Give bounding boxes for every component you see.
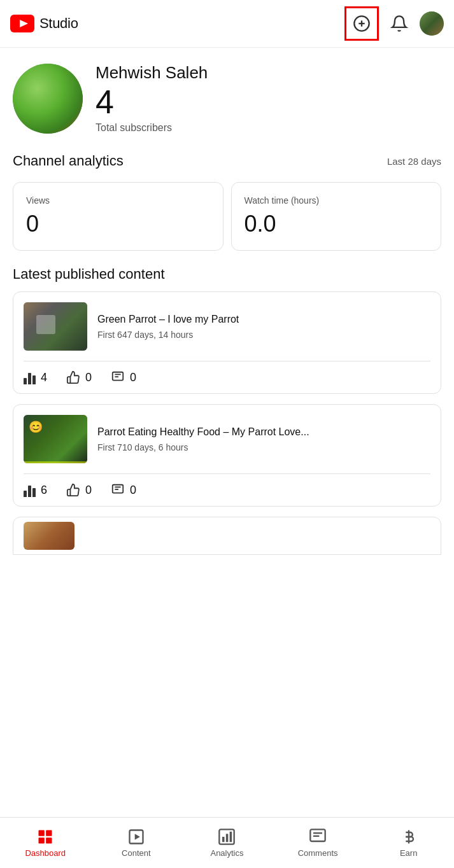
content-card-1-meta: First 647 days, 14 hours	[97, 330, 430, 340]
stat-views-1: 4	[24, 370, 47, 384]
stat-likes-1: 0	[66, 370, 92, 384]
svg-rect-20	[230, 832, 232, 842]
views-stat-value-1: 4	[41, 371, 47, 384]
comments-icon-2	[111, 483, 125, 497]
comments-stat-value-1: 0	[130, 371, 136, 384]
content-card-1[interactable]: Green Parrot – I love my Parrot First 64…	[13, 291, 441, 394]
bottom-nav: Dashboard Content Analytics Comments	[0, 817, 454, 868]
profile-avatar	[13, 64, 83, 134]
latest-content-section: Latest published content Green Parrot – …	[0, 266, 454, 555]
content-card-1-top: Green Parrot – I love my Parrot First 64…	[13, 292, 441, 361]
bar-chart-icon	[24, 370, 36, 384]
stat-comments-2: 0	[111, 483, 136, 497]
nav-label-content: Content	[122, 848, 151, 858]
stat-comments-1: 0	[111, 370, 136, 384]
nav-item-dashboard[interactable]: Dashboard	[0, 823, 91, 863]
content-card-1-info: Green Parrot – I love my Parrot First 64…	[97, 313, 430, 340]
content-card-1-thumbnail	[24, 302, 87, 351]
content-card-2-stats: 6 0 0	[13, 474, 441, 506]
studio-label: Studio	[39, 15, 78, 32]
analytics-title: Channel analytics	[13, 153, 124, 169]
dashboard-icon	[36, 828, 54, 846]
likes-stat-value-2: 0	[85, 484, 92, 497]
profile-info: Mehwish Saleh 4 Total subscribers	[96, 63, 208, 134]
earn-icon	[400, 828, 418, 846]
content-card-1-stats: 4 0 0	[13, 361, 441, 393]
views-label: Views	[26, 195, 210, 206]
create-button-wrapper	[344, 6, 379, 41]
profile-section: Mehwish Saleh 4 Total subscribers	[0, 48, 454, 146]
content-card-3-thumbnail	[24, 522, 74, 550]
content-card-3-thumb-image	[24, 522, 74, 550]
svg-rect-12	[46, 830, 52, 836]
app-header: Studio	[0, 0, 454, 48]
notification-button[interactable]	[387, 11, 412, 36]
comments-stat-value-2: 0	[130, 484, 136, 497]
content-card-1-title: Green Parrot – I love my Parrot	[97, 313, 430, 326]
bar-chart-icon-2	[24, 483, 36, 497]
thumbs-up-icon	[66, 370, 80, 384]
youtube-logo-icon	[10, 15, 34, 32]
stat-likes-2: 0	[66, 483, 92, 497]
analytics-cards: Views 0 Watch time (hours) 0.0	[0, 182, 454, 251]
content-card-2-info: Parrot Eating Healthy Food – My Parrot L…	[97, 426, 430, 453]
nav-label-dashboard: Dashboard	[25, 848, 66, 858]
watch-time-label: Watch time (hours)	[245, 195, 429, 206]
views-card: Views 0	[13, 182, 223, 251]
nav-label-comments: Comments	[298, 848, 338, 858]
user-avatar[interactable]	[420, 11, 444, 36]
watch-time-value: 0.0	[245, 211, 429, 237]
svg-rect-11	[39, 830, 45, 836]
analytics-section-header: Channel analytics Last 28 days	[0, 146, 454, 176]
content-card-3-partial[interactable]	[13, 517, 441, 555]
plus-circle-icon	[353, 15, 371, 32]
content-card-2-thumb-image	[24, 415, 87, 463]
subscriber-label: Total subscribers	[96, 122, 208, 134]
nav-item-analytics[interactable]: Analytics	[181, 823, 273, 863]
page-content: Mehwish Saleh 4 Total subscribers Channe…	[0, 48, 454, 612]
nav-item-content[interactable]: Content	[91, 823, 182, 863]
svg-rect-19	[226, 834, 229, 842]
analytics-icon	[218, 828, 236, 846]
subscriber-count: 4	[96, 85, 208, 118]
nav-item-comments[interactable]: Comments	[273, 823, 364, 863]
views-stat-value-2: 6	[41, 484, 47, 497]
content-card-1-thumb-image	[24, 302, 87, 351]
svg-rect-8	[113, 485, 124, 493]
content-card-2-thumbnail	[24, 415, 87, 463]
comments-icon	[111, 370, 125, 384]
comments-nav-icon	[309, 828, 327, 846]
svg-rect-13	[39, 837, 45, 843]
bell-icon	[390, 15, 408, 32]
watch-time-card: Watch time (hours) 0.0	[231, 182, 442, 251]
profile-avatar-image	[13, 64, 83, 134]
nav-item-earn[interactable]: Earn	[363, 823, 454, 863]
svg-rect-14	[46, 837, 52, 843]
svg-marker-16	[135, 834, 140, 839]
thumbs-up-icon-2	[66, 483, 80, 497]
content-card-2-top: Parrot Eating Healthy Food – My Parrot L…	[13, 405, 441, 473]
content-card-2-meta: First 710 days, 6 hours	[97, 442, 430, 452]
content-card-2[interactable]: Parrot Eating Healthy Food – My Parrot L…	[13, 404, 441, 507]
svg-rect-5	[113, 372, 124, 381]
avatar-image	[420, 11, 444, 36]
profile-name: Mehwish Saleh	[96, 63, 208, 83]
svg-rect-18	[222, 837, 225, 842]
views-value: 0	[26, 211, 210, 237]
content-card-2-title: Parrot Eating Healthy Food – My Parrot L…	[97, 426, 430, 439]
content-icon	[127, 828, 145, 846]
nav-label-earn: Earn	[400, 848, 417, 858]
stat-views-2: 6	[24, 483, 47, 497]
nav-label-analytics: Analytics	[210, 848, 243, 858]
latest-content-title: Latest published content	[13, 266, 441, 283]
header-actions	[344, 6, 444, 41]
logo-area: Studio	[10, 15, 344, 32]
likes-stat-value-1: 0	[85, 371, 92, 384]
analytics-period: Last 28 days	[387, 156, 441, 167]
create-button[interactable]	[349, 11, 374, 36]
